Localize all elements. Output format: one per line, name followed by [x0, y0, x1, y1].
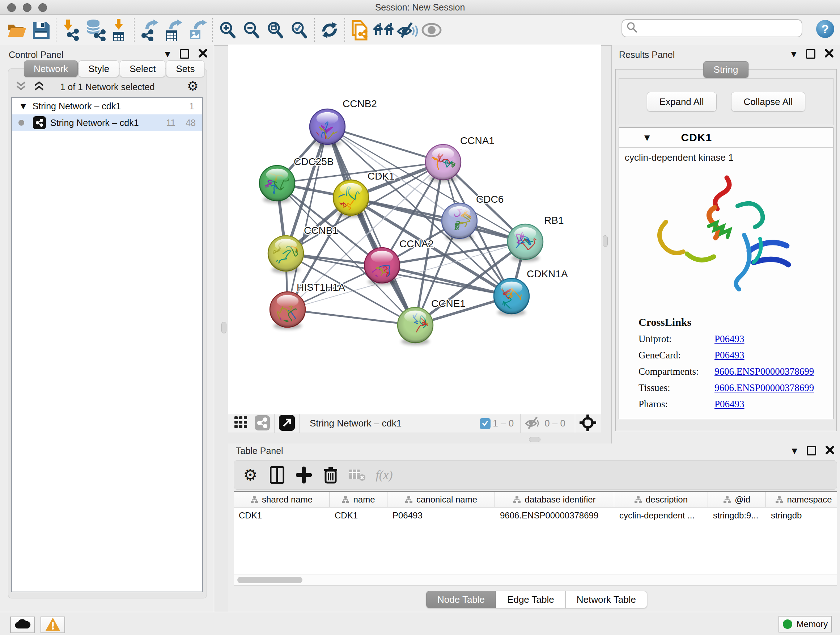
main-toolbar: ?: [0, 15, 840, 46]
hide-selected-icon[interactable]: [396, 18, 420, 42]
collection-expand-icon[interactable]: ▼: [21, 102, 26, 110]
network-status-dot: [19, 120, 24, 126]
add-column-icon[interactable]: [291, 463, 317, 487]
results-menu-icon[interactable]: ▼: [791, 50, 797, 58]
app-window: Session: New Session ? Control Pa: [0, 0, 840, 635]
table-cell[interactable]: 9606.ENSP00000378699: [495, 508, 614, 524]
column-header-namespace[interactable]: namespace: [766, 492, 837, 507]
tab-edge-table[interactable]: Edge Table: [496, 591, 565, 608]
scrollbar-thumb[interactable]: [237, 577, 302, 583]
table-cell[interactable]: cyclin-dependent ...: [614, 508, 708, 524]
export-image-icon[interactable]: [185, 18, 209, 42]
cloud-button[interactable]: [10, 616, 35, 633]
table-float-icon[interactable]: [807, 446, 816, 455]
show-all-icon[interactable]: [420, 18, 444, 42]
export-network-icon[interactable]: [137, 18, 161, 42]
show-columns-icon[interactable]: [264, 463, 291, 487]
table-cell[interactable]: stringdb:9...: [708, 508, 766, 524]
import-table-icon[interactable]: [107, 18, 131, 42]
column-header-shared-name[interactable]: shared name: [234, 492, 330, 507]
zoom-selected-icon[interactable]: [287, 18, 311, 42]
crosslink-link[interactable]: P06493: [714, 350, 745, 361]
open-session-icon[interactable]: [5, 18, 29, 42]
search-input[interactable]: [641, 23, 798, 34]
fit-selected-crosshair-icon[interactable]: [579, 415, 596, 432]
table-cell[interactable]: stringdb: [766, 508, 837, 524]
panel-float-icon[interactable]: [180, 49, 189, 59]
tab-sets[interactable]: Sets: [166, 60, 204, 77]
tab-network[interactable]: Network: [24, 60, 78, 77]
panel-menu-icon[interactable]: ▼: [165, 50, 171, 58]
grid-view-icon[interactable]: [234, 416, 249, 431]
zoom-fit-icon[interactable]: [264, 18, 287, 42]
save-session-icon[interactable]: [29, 18, 53, 42]
crosslink-link[interactable]: P06493: [714, 333, 745, 345]
column-header-database-identifier[interactable]: database identifier: [495, 492, 614, 507]
column-header--id[interactable]: @id: [708, 492, 766, 507]
results-close-icon[interactable]: [825, 49, 834, 59]
network-row-selected[interactable]: String Network – cdk1 11 48: [12, 114, 202, 131]
network-collection-row[interactable]: ▼ String Network – cdk1 1: [12, 98, 202, 114]
panel-close-icon[interactable]: [199, 49, 207, 59]
crosslink-link[interactable]: 9606.ENSP00000378699: [714, 382, 814, 394]
tab-string[interactable]: String: [703, 61, 749, 78]
import-public-databases-icon[interactable]: [348, 18, 372, 42]
column-header-description[interactable]: description: [614, 492, 708, 507]
network-overview-icon[interactable]: [255, 415, 270, 432]
table-cell[interactable]: CDK1: [234, 508, 330, 524]
delete-column-icon[interactable]: [317, 463, 344, 487]
table-close-icon[interactable]: [826, 446, 834, 456]
table-row[interactable]: CDK1CDK1P064939606.ENSP00000378699cyclin…: [234, 508, 837, 524]
import-network-icon[interactable]: [59, 18, 83, 42]
memory-label: Memory: [797, 619, 828, 629]
column-header-name[interactable]: name: [330, 492, 387, 507]
column-header-canonical-name[interactable]: canonical name: [387, 492, 495, 507]
network-selection-status-row: 1 of 1 Network selected ⚙: [8, 77, 207, 97]
table-cell[interactable]: P06493: [387, 508, 495, 524]
control-panel-title: Control Panel: [9, 50, 63, 60]
network-options-gear-icon[interactable]: ⚙: [187, 80, 199, 93]
tab-select[interactable]: Select: [120, 60, 165, 77]
import-database-icon[interactable]: [83, 18, 107, 42]
table-tabs: Node Table Edge Table Network Table: [426, 591, 647, 608]
memory-button[interactable]: Memory: [778, 616, 832, 632]
apply-layout-icon[interactable]: [317, 18, 341, 42]
tab-node-table[interactable]: Node Table: [426, 591, 496, 608]
left-splitter-handle[interactable]: [221, 322, 226, 333]
string-results-container: Expand All Collapse All ▼ CDK1 cyclin-de…: [615, 69, 837, 431]
export-table-icon[interactable]: [161, 18, 185, 42]
table-settings-gear-icon[interactable]: ⚙: [237, 463, 264, 487]
gene-expand-icon[interactable]: ▼: [644, 133, 650, 142]
expand-all-button[interactable]: Expand All: [647, 92, 717, 111]
crosslink-row: GeneCard:P06493: [638, 350, 814, 361]
zoom-in-icon[interactable]: [216, 18, 240, 42]
collapse-all-button[interactable]: Collapse All: [731, 92, 806, 111]
home-icon[interactable]: [372, 18, 396, 42]
table-cell[interactable]: CDK1: [330, 508, 387, 524]
gene-header-row[interactable]: ▼ CDK1: [619, 128, 833, 148]
crosslink-label: Pharos:: [638, 399, 714, 410]
node-table[interactable]: shared namenamecanonical namedatabase id…: [234, 491, 837, 585]
tab-network-table[interactable]: Network Table: [565, 591, 647, 608]
crosslink-link[interactable]: 9606.ENSP00000378699: [714, 366, 814, 377]
table-header-row: shared namenamecanonical namedatabase id…: [234, 492, 837, 508]
node-label: CCNE1: [431, 298, 466, 309]
zoom-out-icon[interactable]: [240, 18, 264, 42]
network-selected-status: 1 of 1 Network selected: [8, 82, 207, 92]
warning-button[interactable]: [41, 616, 65, 633]
help-button[interactable]: ?: [816, 20, 834, 38]
hidden-eye-icon: [525, 416, 542, 432]
node-label: CCNA1: [460, 135, 494, 146]
table-panel: Table Panel ▼ ⚙ f(x) shared namenamecano…: [228, 443, 840, 612]
right-splitter-handle[interactable]: [603, 235, 608, 247]
table-menu-icon[interactable]: ▼: [792, 447, 797, 455]
tab-style[interactable]: Style: [79, 60, 119, 77]
network-canvas[interactable]: CCNB2CCNA1CDC25BCDK1CDC6RB1CCNB1CCNA2CDK…: [228, 44, 601, 414]
crosslink-link[interactable]: P06493: [714, 399, 745, 410]
bottom-splitter-handle[interactable]: [529, 437, 540, 442]
selected-checkbox-icon[interactable]: [480, 418, 491, 429]
detach-view-icon[interactable]: [279, 415, 295, 432]
results-float-icon[interactable]: [806, 49, 815, 59]
search-box: [622, 19, 802, 37]
table-horizontal-scrollbar[interactable]: [234, 575, 837, 585]
